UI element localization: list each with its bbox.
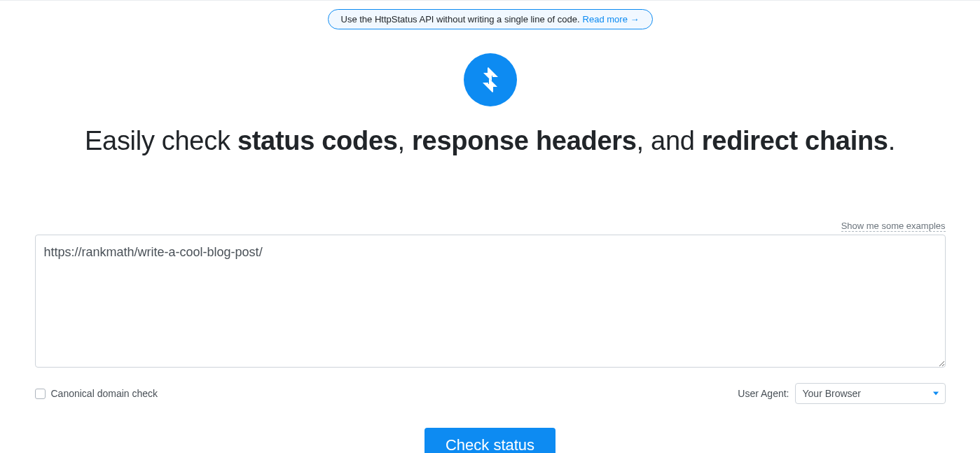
- page-headline: Easily check status codes, response head…: [0, 126, 980, 156]
- examples-link[interactable]: Show me some examples: [841, 221, 946, 232]
- promo-text: Use the HttpStatus API without writing a…: [341, 14, 580, 25]
- logo-icon: [464, 53, 517, 106]
- promo-link[interactable]: Read more →: [583, 14, 640, 25]
- url-input[interactable]: [35, 235, 946, 368]
- user-agent-select[interactable]: Your Browser: [795, 383, 946, 404]
- canonical-label[interactable]: Canonical domain check: [51, 388, 158, 399]
- check-status-button[interactable]: Check status: [425, 428, 555, 453]
- canonical-checkbox[interactable]: [35, 389, 46, 399]
- user-agent-label: User Agent:: [738, 388, 789, 399]
- arrows-swap-icon: [475, 64, 506, 95]
- promo-banner[interactable]: Use the HttpStatus API without writing a…: [328, 9, 653, 29]
